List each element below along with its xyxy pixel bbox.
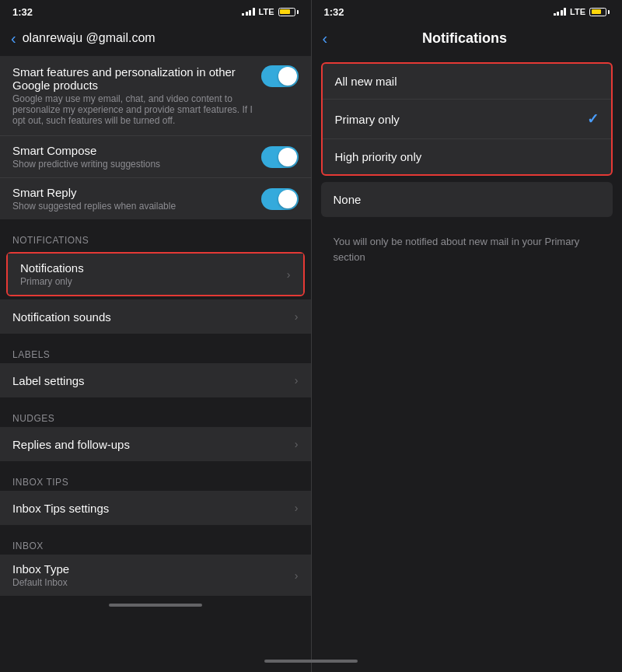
- smart-features-subtitle: Google may use my email, chat, and video…: [12, 93, 261, 126]
- label-settings-item[interactable]: Label settings ›: [0, 363, 311, 397]
- signal-icon: [242, 8, 255, 16]
- left-header: ‹ olanrewaju @gmail.com: [0, 22, 311, 56]
- smart-features-title: Smart features and personalization in ot…: [12, 65, 261, 92]
- left-panel: 1:32 LTE ‹ olanrewaju @gmail.com Smart f…: [0, 0, 312, 672]
- left-status-bar: 1:32 LTE: [0, 0, 311, 22]
- left-status-time: 1:32: [12, 6, 33, 18]
- left-settings-scroll[interactable]: Smart features and personalization in ot…: [0, 56, 311, 672]
- high-priority-only-label: High priority only: [335, 150, 422, 163]
- all-new-mail-label: All new mail: [335, 75, 397, 88]
- right-status-bar: 1:32 LTE: [312, 0, 623, 22]
- lte-label: LTE: [259, 7, 274, 16]
- right-status-icons: LTE: [554, 7, 610, 16]
- right-panel-title: Notifications: [334, 30, 596, 47]
- notifications-item-subtitle: Primary only: [20, 276, 281, 287]
- smart-reply-subtitle: Show suggested replies when available: [12, 201, 261, 212]
- replies-title: Replies and follow-ups: [12, 438, 288, 451]
- notification-sounds-item[interactable]: Notification sounds ›: [0, 299, 311, 334]
- inbox-type-chevron-icon: ›: [295, 569, 299, 582]
- smart-reply-toggle[interactable]: [261, 188, 299, 210]
- right-panel: 1:32 LTE ‹ Notifications All new mail Pr…: [312, 0, 623, 672]
- inbox-type-item[interactable]: Inbox Type Default Inbox ›: [0, 555, 311, 596]
- nudges-section-label: Nudges: [0, 404, 311, 427]
- primary-only-option[interactable]: Primary only ✓: [323, 100, 612, 139]
- all-new-mail-option[interactable]: All new mail: [323, 64, 612, 100]
- replies-item[interactable]: Replies and follow-ups ›: [0, 427, 311, 461]
- notifications-item[interactable]: Notifications Primary only ›: [8, 254, 303, 295]
- inbox-type-title: Inbox Type: [12, 562, 288, 576]
- right-back-button[interactable]: ‹: [323, 30, 328, 47]
- inbox-tips-settings-group: Inbox Tips settings ›: [0, 491, 311, 525]
- replies-group: Replies and follow-ups ›: [0, 427, 311, 461]
- notification-sounds-title: Notification sounds: [12, 310, 288, 324]
- smart-reply-title: Smart Reply: [12, 186, 261, 199]
- notifications-highlight-box: Notifications Primary only ›: [6, 252, 305, 296]
- smart-features-toggle[interactable]: [261, 65, 299, 87]
- inbox-tips-settings-chevron-icon: ›: [295, 502, 299, 514]
- smart-compose-title: Smart Compose: [12, 144, 261, 157]
- left-account-email: olanrewaju @gmail.com: [23, 31, 156, 45]
- label-settings-group: Label settings ›: [0, 363, 311, 397]
- label-settings-title: Label settings: [12, 374, 288, 387]
- notifications-item-title: Notifications: [20, 261, 281, 275]
- inbox-type-subtitle: Default Inbox: [12, 577, 288, 588]
- label-settings-chevron-icon: ›: [295, 374, 299, 387]
- replies-chevron-icon: ›: [295, 438, 299, 450]
- inbox-section-label: Inbox: [0, 531, 311, 555]
- none-option[interactable]: None: [321, 182, 613, 217]
- smart-compose-item[interactable]: Smart Compose Show predictive writing su…: [0, 136, 311, 178]
- smart-compose-toggle[interactable]: [261, 146, 299, 168]
- primary-only-checkmark-icon: ✓: [587, 110, 599, 128]
- notifications-section-label: Notifications: [0, 226, 311, 249]
- right-battery-icon: [589, 8, 610, 16]
- right-lte-label: LTE: [570, 7, 585, 16]
- inbox-tips-settings-item[interactable]: Inbox Tips settings ›: [0, 491, 311, 525]
- right-signal-icon: [554, 8, 567, 16]
- notification-sounds-chevron-icon: ›: [295, 310, 299, 323]
- smart-compose-subtitle: Show predictive writing suggestions: [12, 159, 261, 170]
- none-option-label: None: [334, 193, 362, 206]
- notification-info-text: You will only be notified about new mail…: [321, 223, 613, 275]
- left-status-icons: LTE: [242, 7, 298, 16]
- primary-only-label: Primary only: [335, 113, 400, 126]
- smart-features-personalization-item[interactable]: Smart features and personalization in ot…: [0, 56, 311, 136]
- inbox-type-group: Inbox Type Default Inbox ›: [0, 555, 311, 596]
- labels-section-label: Labels: [0, 340, 311, 363]
- notifications-chevron-icon: ›: [287, 268, 291, 281]
- scroll-indicator: [109, 604, 202, 607]
- inbox-tips-section-label: Inbox Tips: [0, 467, 311, 491]
- right-header: ‹ Notifications: [312, 22, 623, 56]
- right-scroll-indicator: [312, 660, 358, 663]
- right-status-time: 1:32: [324, 6, 344, 18]
- notification-sounds-group: Notification sounds ›: [0, 299, 311, 334]
- smart-features-group: Smart features and personalization in ot…: [0, 56, 311, 219]
- high-priority-only-option[interactable]: High priority only: [323, 139, 612, 174]
- smart-reply-item[interactable]: Smart Reply Show suggested replies when …: [0, 178, 311, 219]
- notification-options-box: All new mail Primary only ✓ High priorit…: [321, 62, 613, 176]
- battery-icon: [278, 8, 299, 16]
- inbox-tips-settings-title: Inbox Tips settings: [12, 502, 288, 515]
- left-back-button[interactable]: ‹: [11, 30, 16, 47]
